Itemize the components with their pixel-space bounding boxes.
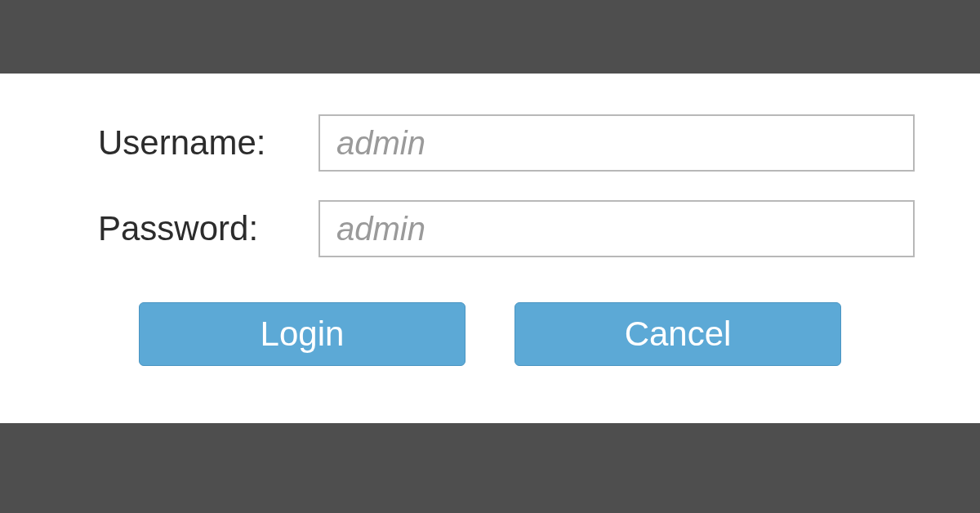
login-button[interactable]: Login — [139, 302, 466, 366]
username-label: Username: — [65, 123, 318, 163]
top-bar — [0, 0, 980, 74]
cancel-button[interactable]: Cancel — [514, 302, 841, 366]
username-input[interactable] — [318, 114, 915, 172]
password-input[interactable] — [318, 200, 915, 257]
username-row: Username: — [65, 114, 915, 172]
login-form-panel: Username: Password: Login Cancel — [0, 74, 980, 423]
password-row: Password: — [65, 200, 915, 257]
password-label: Password: — [65, 209, 318, 248]
button-row: Login Cancel — [65, 302, 915, 366]
bottom-bar — [0, 423, 980, 513]
